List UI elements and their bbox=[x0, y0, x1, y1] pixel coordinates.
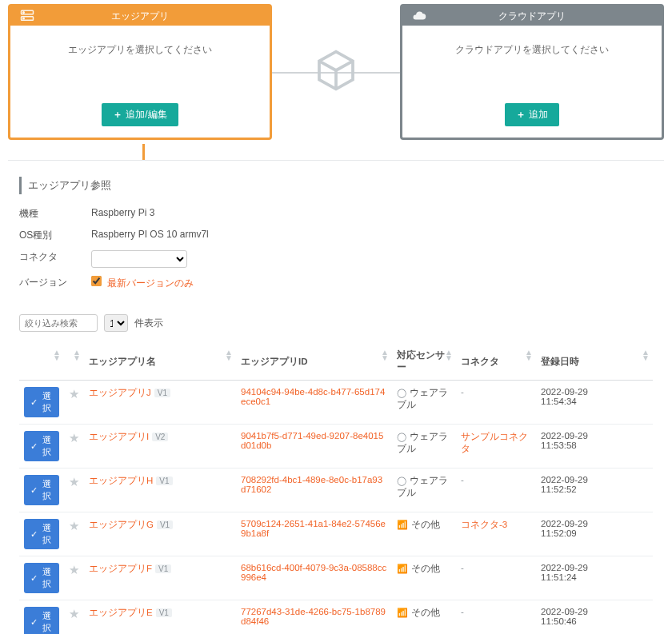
app-name[interactable]: エッジアプリJ bbox=[89, 388, 151, 397]
check-icon: ✓ bbox=[30, 485, 38, 496]
edge-app-card: エッジアプリ エッジアプリを選択してください ＋追加/編集 bbox=[8, 4, 272, 140]
connector-select[interactable] bbox=[91, 250, 187, 268]
svg-point-3 bbox=[23, 18, 25, 19]
table-row: ✓選択★エッジアプリJV194104c94-94be-4d8c-b477-65d… bbox=[19, 381, 653, 425]
app-name[interactable]: エッジアプリI bbox=[89, 432, 149, 441]
col-sensor[interactable]: 対応センサー▲▼ bbox=[392, 343, 456, 381]
sensor-label: その他 bbox=[411, 564, 440, 573]
col-select[interactable]: ▲▼ bbox=[19, 343, 64, 381]
sensor-icon: ◯ bbox=[397, 476, 406, 485]
page-size-select[interactable]: 10 bbox=[104, 314, 128, 332]
version-badge: V2 bbox=[152, 433, 168, 441]
sort-icon: ▲▼ bbox=[525, 349, 533, 361]
check-icon: ✓ bbox=[30, 617, 38, 628]
version-badge: V1 bbox=[156, 608, 172, 617]
version-label: バージョン bbox=[19, 276, 91, 290]
select-button[interactable]: ✓選択 bbox=[24, 475, 59, 505]
cloud-add-button[interactable]: ＋追加 bbox=[505, 103, 559, 126]
version-badge: V1 bbox=[157, 520, 173, 529]
favorite-star-icon[interactable]: ★ bbox=[69, 607, 79, 620]
version-badge: V1 bbox=[155, 564, 171, 573]
cloud-card-title: クラウドアプリ bbox=[498, 10, 566, 22]
cloud-icon bbox=[412, 9, 426, 30]
app-id[interactable]: 68b616cd-400f-4079-9c3a-08588cc996e4 bbox=[241, 563, 386, 582]
os-label: OS種別 bbox=[19, 229, 91, 242]
cloud-card-placeholder: クラウドアプリを選択してください bbox=[455, 43, 609, 57]
favorite-star-icon[interactable]: ★ bbox=[69, 519, 79, 532]
os-value: Raspberry PI OS 10 armv7l bbox=[91, 229, 653, 242]
app-name[interactable]: エッジアプリE bbox=[89, 608, 153, 617]
sensor-label: その他 bbox=[411, 608, 440, 617]
table-row: ✓選択★エッジアプリHV1708292fd-4bc1-489e-8e0c-b17… bbox=[19, 469, 653, 512]
col-date[interactable]: 登録日時▲▼ bbox=[536, 343, 653, 381]
no-connector: - bbox=[461, 475, 464, 484]
no-connector: - bbox=[461, 563, 464, 572]
select-button[interactable]: ✓選択 bbox=[24, 387, 59, 417]
connector-cell: - bbox=[456, 469, 536, 512]
app-id[interactable]: 94104c94-94be-4d8c-b477-65d174ece0c1 bbox=[241, 387, 385, 406]
sensor-icon: 📶 bbox=[397, 520, 408, 529]
app-id[interactable]: 9041b7f5-d771-49ed-9207-8e4015d01d0b bbox=[241, 431, 383, 450]
edge-card-title: エッジアプリ bbox=[111, 10, 169, 22]
table-row: ✓選択★エッジアプリEV177267d43-31de-4266-bc75-1b8… bbox=[19, 600, 653, 635]
app-id[interactable]: 708292fd-4bc1-489e-8e0c-b17a93d71602 bbox=[241, 475, 382, 494]
package-icon bbox=[314, 48, 358, 93]
connector-cell: - bbox=[456, 381, 536, 425]
app-name[interactable]: エッジアプリH bbox=[89, 476, 153, 485]
sort-icon: ▲▼ bbox=[642, 349, 650, 361]
check-icon: ✓ bbox=[30, 397, 38, 408]
table-row: ✓選択★エッジアプリFV168b616cd-400f-4079-9c3a-085… bbox=[19, 556, 653, 600]
check-icon: ✓ bbox=[30, 573, 38, 584]
favorite-star-icon[interactable]: ★ bbox=[69, 387, 79, 401]
no-connector: - bbox=[461, 387, 464, 397]
col-name[interactable]: エッジアプリ名▲▼ bbox=[84, 343, 236, 381]
plus-icon: ＋ bbox=[516, 108, 526, 122]
select-button[interactable]: ✓選択 bbox=[24, 607, 59, 634]
col-connector[interactable]: コネクタ▲▼ bbox=[456, 343, 536, 381]
select-button[interactable]: ✓選択 bbox=[24, 563, 59, 593]
plus-icon: ＋ bbox=[113, 108, 122, 122]
app-id[interactable]: 77267d43-31de-4266-bc75-1b8789d84f46 bbox=[241, 607, 386, 626]
table-row: ✓選択★エッジアプリIV29041b7f5-d771-49ed-9207-8e4… bbox=[19, 425, 653, 469]
search-input[interactable] bbox=[19, 314, 98, 332]
app-table: ▲▼ ▲▼ エッジアプリ名▲▼ エッジアプリID▲▼ 対応センサー▲▼ コネクタ… bbox=[19, 343, 653, 634]
select-button[interactable]: ✓選択 bbox=[24, 431, 59, 461]
sort-icon: ▲▼ bbox=[381, 349, 389, 361]
no-connector: - bbox=[461, 607, 464, 616]
check-icon: ✓ bbox=[30, 529, 38, 540]
app-name[interactable]: エッジアプリG bbox=[89, 520, 154, 529]
svg-point-2 bbox=[23, 12, 25, 14]
sort-icon: ▲▼ bbox=[73, 349, 81, 361]
latest-version-label: 最新バージョンのみ bbox=[107, 277, 194, 289]
app-name[interactable]: エッジアプリF bbox=[89, 564, 152, 573]
favorite-star-icon[interactable]: ★ bbox=[69, 563, 79, 576]
sort-icon: ▲▼ bbox=[225, 349, 233, 361]
favorite-star-icon[interactable]: ★ bbox=[69, 431, 79, 445]
col-id[interactable]: エッジアプリID▲▼ bbox=[236, 343, 392, 381]
connector-link[interactable]: コネクタ-3 bbox=[461, 520, 507, 529]
app-id[interactable]: 5709c124-2651-41a1-84e2-57456e9b1a8f bbox=[241, 519, 386, 538]
sort-icon: ▲▼ bbox=[445, 349, 453, 361]
select-button[interactable]: ✓選択 bbox=[24, 519, 59, 549]
col-favorite[interactable]: ▲▼ bbox=[64, 343, 84, 381]
check-icon: ✓ bbox=[30, 441, 38, 452]
connector-cell: サンプルコネクタ bbox=[456, 425, 536, 469]
date-cell: 2022-09-2911:53:58 bbox=[536, 425, 653, 469]
sensor-icon: 📶 bbox=[397, 608, 408, 617]
sensor-icon: ◯ bbox=[397, 388, 406, 397]
date-cell: 2022-09-2911:51:24 bbox=[536, 556, 653, 600]
edge-card-placeholder: エッジアプリを選択してください bbox=[68, 43, 212, 57]
model-label: 機種 bbox=[19, 207, 91, 221]
connector-cell: - bbox=[456, 556, 536, 600]
table-row: ✓選択★エッジアプリGV15709c124-2651-41a1-84e2-574… bbox=[19, 512, 653, 556]
sensor-icon: ◯ bbox=[397, 432, 406, 441]
server-icon bbox=[20, 9, 34, 30]
version-badge: V1 bbox=[154, 389, 170, 397]
date-cell: 2022-09-2911:52:09 bbox=[536, 512, 653, 556]
latest-version-checkbox[interactable] bbox=[91, 276, 102, 286]
sensor-label: その他 bbox=[411, 520, 440, 529]
edge-add-edit-button[interactable]: ＋追加/編集 bbox=[102, 103, 178, 126]
favorite-star-icon[interactable]: ★ bbox=[69, 475, 79, 488]
sensor-icon: 📶 bbox=[397, 564, 408, 573]
connector-link[interactable]: サンプルコネクタ bbox=[461, 432, 528, 453]
